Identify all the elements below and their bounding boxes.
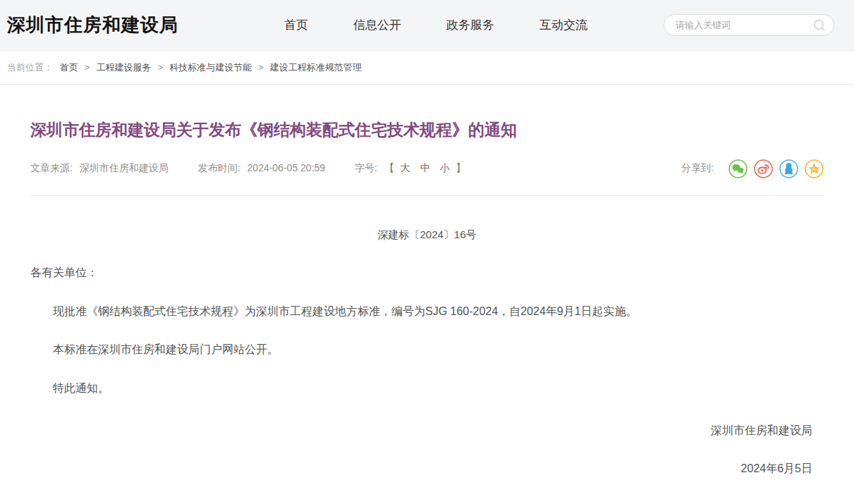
- share-label: 分享到:: [681, 162, 714, 175]
- wechat-share-icon[interactable]: [728, 159, 748, 178]
- qzone-share-icon[interactable]: [805, 159, 824, 178]
- document-number: 深建标〔2024〕16号: [30, 228, 824, 242]
- breadcrumb-separator: >: [258, 62, 264, 73]
- site-header: 深圳市住房和建设局 首页 信息公开 政务服务 互动交流: [0, 0, 854, 51]
- signature-block: 深圳市住房和建设局 2024年6月5日: [30, 424, 824, 477]
- font-size-bracket-close: 】: [456, 162, 465, 173]
- weibo-share-icon[interactable]: [754, 159, 773, 178]
- article-title: 深圳市住房和建设局关于发布《钢结构装配式住宅技术规程》的通知: [30, 120, 824, 141]
- article-meta-row: 文章来源: 深圳市住房和建设局 发布时间: 2024-06-05 20:59 字…: [30, 159, 824, 178]
- breadcrumb: 当前位置： 首页 > 工程建设服务 > 科技标准与建设节能 > 建设工程标准规范…: [0, 51, 854, 85]
- breadcrumb-item-tech-standards[interactable]: 科技标准与建设节能: [169, 61, 252, 74]
- qq-share-icon[interactable]: [779, 159, 798, 178]
- nav-item-home[interactable]: 首页: [284, 17, 308, 33]
- breadcrumb-label: 当前位置：: [7, 61, 53, 74]
- publish-time-value: 2024-06-05 20:59: [248, 162, 326, 173]
- paragraph: 本标准在深圳市住房和建设局门户网站公开。: [30, 343, 824, 357]
- nav-item-interaction[interactable]: 互动交流: [539, 17, 587, 33]
- breadcrumb-item-standard-management[interactable]: 建设工程标准规范管理: [270, 61, 362, 74]
- publish-time: 发布时间: 2024-06-05 20:59: [198, 162, 325, 175]
- font-size-medium-button[interactable]: 中: [420, 162, 430, 173]
- article-body: 各有关单位： 现批准《钢结构装配式住宅技术规程》为深圳市工程建设地方标准，编号为…: [30, 266, 824, 396]
- signature-org: 深圳市住房和建设局: [30, 424, 812, 438]
- site-title: 深圳市住房和建设局: [7, 13, 178, 37]
- search-box[interactable]: [664, 14, 834, 36]
- font-size-large-button[interactable]: 大: [401, 162, 410, 173]
- breadcrumb-separator: >: [158, 62, 164, 73]
- breadcrumb-separator: >: [85, 62, 90, 73]
- font-size-control: 字号: 【 大 中 小 】: [355, 162, 465, 175]
- search-icon[interactable]: [812, 18, 826, 32]
- font-size-bracket-open: 【: [384, 162, 394, 173]
- salutation: 各有关单位：: [30, 266, 824, 281]
- breadcrumb-item-home[interactable]: 首页: [60, 61, 78, 74]
- article-content: 深圳市住房和建设局关于发布《钢结构装配式住宅技术规程》的通知 文章来源: 深圳市…: [0, 120, 854, 477]
- nav-item-info-disclosure[interactable]: 信息公开: [353, 17, 401, 33]
- publish-time-label: 发布时间:: [198, 162, 240, 173]
- main-nav: 首页 信息公开 政务服务 互动交流: [284, 17, 587, 33]
- font-size-label: 字号:: [355, 162, 377, 173]
- share-group: 分享到:: [681, 159, 824, 178]
- paragraph: 特此通知。: [30, 381, 824, 396]
- article-source: 文章来源: 深圳市住房和建设局: [30, 162, 169, 175]
- source-value: 深圳市住房和建设局: [80, 162, 169, 173]
- search-input[interactable]: [674, 19, 812, 31]
- paragraph: 现批准《钢结构装配式住宅技术规程》为深圳市工程建设地方标准，编号为SJG 160…: [30, 305, 824, 319]
- meta-divider: [30, 195, 824, 196]
- source-label: 文章来源:: [30, 162, 73, 173]
- font-size-small-button[interactable]: 小: [440, 162, 450, 173]
- nav-item-gov-services[interactable]: 政务服务: [446, 17, 494, 33]
- breadcrumb-item-engineering-services[interactable]: 工程建设服务: [97, 61, 152, 74]
- signature-date: 2024年6月5日: [30, 462, 812, 477]
